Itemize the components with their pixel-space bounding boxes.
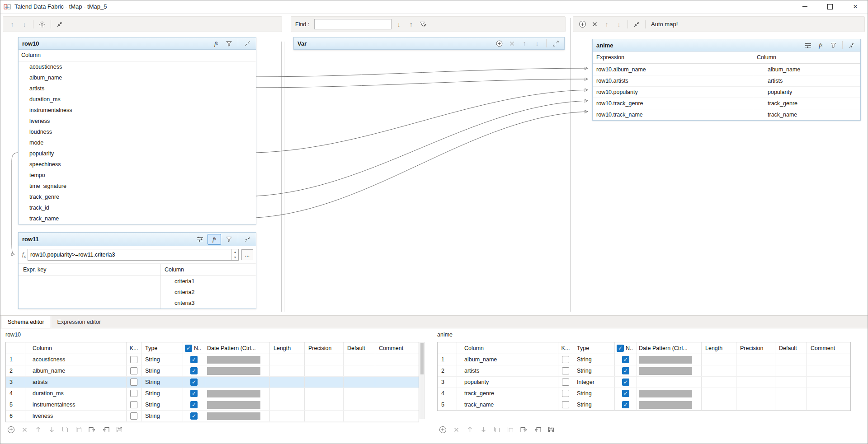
export-schema-button[interactable] xyxy=(87,424,98,435)
nullable-checkbox[interactable]: ✓ xyxy=(190,390,198,397)
row10-column-item[interactable]: track_name xyxy=(19,213,256,224)
key-checkbox[interactable] xyxy=(130,401,137,408)
minimize-all-icon[interactable] xyxy=(55,19,65,29)
column-name-cell[interactable]: track_genre xyxy=(457,388,558,399)
schema-row[interactable]: 6 liveness String ✓ xyxy=(6,411,419,422)
row10-column-item[interactable]: duration_ms xyxy=(19,94,256,105)
nullable-checkbox[interactable]: ✓ xyxy=(622,367,629,374)
default-cell[interactable] xyxy=(344,388,375,399)
comment-cell[interactable] xyxy=(375,354,419,365)
key-checkbox[interactable] xyxy=(562,356,569,363)
move-up-button[interactable] xyxy=(464,424,475,435)
row10-column-item[interactable]: speechiness xyxy=(19,159,256,170)
paste-button[interactable] xyxy=(505,424,516,435)
move-up-icon[interactable]: ↑ xyxy=(519,38,529,48)
expr-key-cell[interactable] xyxy=(19,276,161,287)
row10-column-item[interactable]: loudness xyxy=(19,126,256,137)
precision-cell[interactable] xyxy=(305,377,344,388)
precision-cell[interactable] xyxy=(305,354,344,365)
remove-column-button[interactable] xyxy=(451,424,462,435)
precision-cell[interactable] xyxy=(736,388,775,399)
move-up-icon[interactable]: ↑ xyxy=(602,19,612,29)
precision-cell[interactable] xyxy=(736,377,775,388)
type-cell[interactable]: String xyxy=(573,388,615,399)
remove-var-icon[interactable] xyxy=(507,38,517,48)
find-next-icon[interactable]: ↓ xyxy=(394,19,404,29)
comment-cell[interactable] xyxy=(807,399,850,410)
minimize-table-icon[interactable] xyxy=(242,38,252,48)
schema-row[interactable]: 3 popularity Integer ✓ xyxy=(438,377,850,388)
key-checkbox[interactable] xyxy=(562,367,569,374)
mapping-expression-cell[interactable]: row10.popularity xyxy=(593,87,753,98)
expression-filter-icon[interactable]: fx xyxy=(211,38,221,48)
auto-map-button[interactable]: Auto map! xyxy=(651,21,678,28)
save-schema-button[interactable] xyxy=(114,424,125,435)
nullable-checkbox[interactable]: ✓ xyxy=(190,356,198,363)
expression-filter-icon[interactable]: fx xyxy=(816,40,826,50)
default-cell[interactable] xyxy=(775,399,807,410)
schema-left-scrollbar[interactable] xyxy=(420,342,425,419)
nullable-checkbox[interactable]: ✓ xyxy=(622,401,629,408)
nullable-checkbox[interactable]: ✓ xyxy=(190,401,198,408)
row10-column-item[interactable]: track_id xyxy=(19,202,256,213)
add-var-icon[interactable] xyxy=(494,38,504,48)
schema-row[interactable]: 3 artists String ✓ xyxy=(6,377,419,388)
type-cell[interactable]: String xyxy=(142,365,183,376)
default-cell[interactable] xyxy=(775,354,807,365)
schema-row[interactable]: 4 duration_ms String ✓ xyxy=(6,388,419,399)
add-output-icon[interactable] xyxy=(577,19,587,29)
import-schema-button[interactable] xyxy=(532,424,543,435)
type-cell[interactable]: String xyxy=(142,377,183,388)
move-up-button[interactable] xyxy=(33,424,43,435)
type-cell[interactable]: String xyxy=(142,411,183,421)
row11-column-item[interactable]: criteria1 xyxy=(19,276,256,287)
anime-mapping-row[interactable]: row10.album_name album_name xyxy=(593,64,860,75)
row10-column-item[interactable]: artists xyxy=(19,83,256,94)
mapping-expression-cell[interactable]: row10.artists xyxy=(593,75,753,86)
key-checkbox[interactable] xyxy=(562,401,569,408)
filter-edit-icon[interactable] xyxy=(418,19,428,29)
row10-column-item[interactable]: liveness xyxy=(19,116,256,126)
type-cell[interactable]: Integer xyxy=(573,377,615,388)
schema-row[interactable]: 4 track_genre String ✓ xyxy=(438,388,850,399)
column-filter-icon[interactable] xyxy=(224,38,234,48)
spinner-up-icon[interactable]: ▲ xyxy=(232,249,238,255)
row10-column-item[interactable]: mode xyxy=(19,137,256,148)
add-column-button[interactable] xyxy=(437,424,448,435)
row10-column-item[interactable]: album_name xyxy=(19,72,256,83)
row10-column-item[interactable]: popularity xyxy=(19,148,256,159)
row10-column-item[interactable]: time_signature xyxy=(19,181,256,192)
key-checkbox[interactable] xyxy=(130,379,137,386)
row11-filter-expression-input[interactable] xyxy=(28,249,231,260)
type-cell[interactable]: String xyxy=(142,354,183,365)
default-cell[interactable] xyxy=(344,377,375,388)
comment-cell[interactable] xyxy=(807,365,850,376)
expr-key-cell[interactable] xyxy=(19,298,161,308)
anime-mapping-row[interactable]: row10.track_genre track_genre xyxy=(593,98,860,109)
tmap-settings-icon[interactable] xyxy=(195,234,205,244)
move-up-icon[interactable]: ↑ xyxy=(7,19,17,29)
default-cell[interactable] xyxy=(775,365,807,376)
close-button[interactable]: × xyxy=(843,0,868,13)
minimize-button[interactable] xyxy=(792,0,817,13)
key-checkbox[interactable] xyxy=(562,390,569,397)
nullable-all-checkbox[interactable]: ✓ xyxy=(617,345,624,352)
spinner-down-icon[interactable]: ▼ xyxy=(232,255,238,260)
tmap-settings-icon[interactable] xyxy=(803,40,813,50)
settings-gear-icon[interactable] xyxy=(37,19,47,29)
row10-column-item[interactable]: acousticness xyxy=(19,61,256,72)
column-name-cell[interactable]: instrumentalness xyxy=(25,399,127,410)
column-name-cell[interactable]: album_name xyxy=(25,365,127,376)
column-name-cell[interactable]: acousticness xyxy=(25,354,127,365)
comment-cell[interactable] xyxy=(375,388,419,399)
nullable-checkbox[interactable]: ✓ xyxy=(190,367,198,374)
column-name-cell[interactable]: liveness xyxy=(25,411,127,421)
nullable-checkbox[interactable]: ✓ xyxy=(190,412,198,420)
expression-filter-icon[interactable]: fx xyxy=(208,234,221,245)
anime-mapping-row[interactable]: row10.track_name track_name xyxy=(593,109,860,120)
export-schema-button[interactable] xyxy=(519,424,529,435)
column-filter-icon[interactable] xyxy=(828,40,838,50)
precision-cell[interactable] xyxy=(736,365,775,376)
maximize-table-icon[interactable] xyxy=(551,38,561,48)
key-checkbox[interactable] xyxy=(130,356,137,363)
